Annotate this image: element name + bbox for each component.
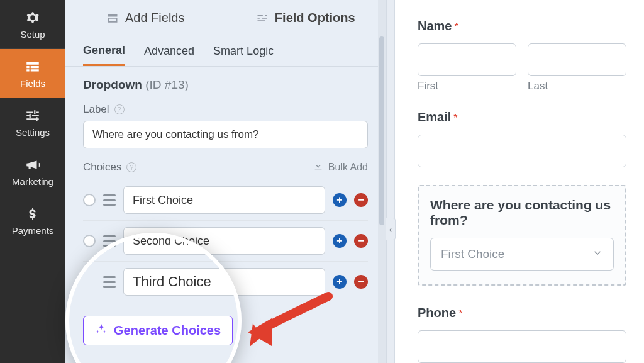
editor-body: Dropdown (ID #13) Label ? Choices ? Bulk…	[65, 67, 386, 363]
field-type: Dropdown	[83, 78, 142, 91]
download-icon	[313, 161, 323, 174]
help-icon[interactable]: ?	[114, 104, 125, 114]
choice-input[interactable]	[123, 186, 325, 214]
tab-field-options[interactable]: Field Options	[226, 0, 386, 36]
gear-icon	[25, 9, 41, 26]
tab-add-fields[interactable]: Add Fields	[65, 0, 226, 36]
nav-label: Settings	[16, 127, 50, 138]
sublabel: First	[418, 80, 516, 92]
add-choice-button[interactable]: +	[333, 234, 347, 248]
field-label: Where are you contacting us from?	[430, 198, 611, 227]
drag-handle-icon[interactable]	[103, 235, 116, 247]
remove-choice-button[interactable]: −	[354, 193, 368, 207]
nav-payments[interactable]: Payments	[0, 196, 65, 245]
choices-list: + − + − + −	[83, 180, 368, 302]
add-choice-button[interactable]: +	[333, 193, 347, 207]
tab-label: Field Options	[275, 11, 355, 25]
nav-label: Payments	[12, 225, 54, 236]
choice-row: + −	[83, 180, 368, 221]
chevron-down-icon	[592, 247, 603, 262]
choice-input[interactable]	[123, 227, 325, 255]
required-asterisk: *	[453, 113, 457, 123]
editor-panel: Add Fields Field Options General Advance…	[65, 0, 386, 363]
required-asterisk: *	[454, 21, 458, 32]
field-id: (ID #13)	[145, 78, 189, 91]
dropdown-value: First Choice	[441, 247, 504, 261]
field-heading: Dropdown (ID #13)	[83, 78, 368, 92]
grid-icon	[106, 12, 119, 25]
phone-field: Phone*	[418, 306, 626, 363]
phone-input[interactable]	[418, 330, 626, 363]
name-field: Name* First Last	[418, 19, 626, 92]
sliders-icon	[256, 12, 269, 25]
bullhorn-icon	[25, 157, 41, 173]
collapse-panel-button[interactable]: ‹	[386, 218, 396, 240]
nav-label: Setup	[20, 29, 45, 40]
drag-handle-icon[interactable]	[103, 276, 116, 288]
tab-label: Add Fields	[125, 11, 185, 25]
choices-title: Choices	[83, 161, 121, 174]
choice-default-radio[interactable]	[83, 235, 96, 247]
remove-choice-button[interactable]: −	[354, 234, 368, 248]
nav-fields[interactable]: Fields	[0, 49, 65, 98]
nav-label: Fields	[20, 78, 45, 89]
email-input[interactable]	[418, 135, 626, 167]
preview-panel: ‹ Name* First Last Email*	[386, 0, 644, 363]
choice-row: + −	[83, 262, 368, 302]
sublabel: Last	[528, 80, 626, 92]
required-asterisk: *	[458, 308, 462, 319]
dropdown-select[interactable]: First Choice	[430, 238, 614, 271]
choice-default-radio[interactable]	[83, 194, 96, 206]
first-name-input[interactable]	[418, 43, 516, 76]
drag-handle-icon[interactable]	[103, 194, 116, 206]
sliders-icon	[25, 108, 41, 124]
left-nav: Setup Fields Settings Marketing Payments	[0, 0, 65, 363]
subtab-general[interactable]: General	[83, 36, 125, 66]
choice-input[interactable]	[123, 268, 325, 296]
bulk-add-button[interactable]: Bulk Add	[313, 161, 368, 174]
nav-marketing[interactable]: Marketing	[0, 147, 65, 196]
nav-label: Marketing	[12, 176, 53, 187]
help-icon[interactable]: ?	[126, 162, 136, 172]
last-name-input[interactable]	[528, 43, 626, 76]
dropdown-field-selected[interactable]: Where are you contacting us from? First …	[418, 185, 626, 286]
field-label: Phone	[418, 306, 456, 320]
email-field: Email*	[418, 110, 626, 167]
add-choice-button[interactable]: +	[333, 275, 347, 289]
subtab-advanced[interactable]: Advanced	[144, 36, 194, 66]
nav-settings[interactable]: Settings	[0, 98, 65, 147]
sparkle-icon	[95, 323, 108, 338]
choice-row: + −	[83, 221, 368, 262]
label-input[interactable]	[83, 121, 368, 148]
bulk-add-label: Bulk Add	[328, 162, 368, 173]
remove-choice-button[interactable]: −	[354, 275, 368, 289]
label-title: Label	[83, 103, 109, 116]
panel-divider	[386, 0, 395, 363]
subtab-smart-logic[interactable]: Smart Logic	[213, 36, 274, 66]
dollar-icon	[25, 206, 41, 222]
nav-setup[interactable]: Setup	[0, 0, 65, 49]
generate-choices-button[interactable]: Generate Choices	[83, 316, 233, 345]
field-label: Name	[418, 19, 452, 33]
list-icon	[25, 59, 41, 75]
generate-label: Generate Choices	[114, 323, 221, 338]
field-label: Email	[418, 110, 451, 124]
